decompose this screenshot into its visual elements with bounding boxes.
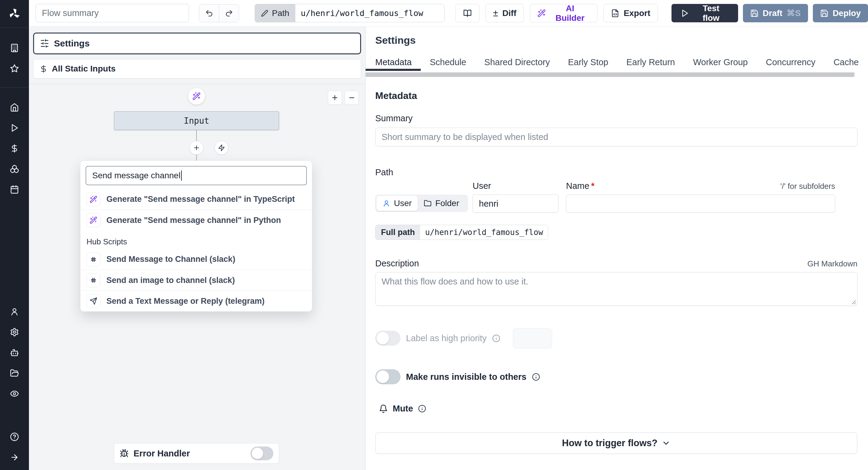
deploy-button[interactable]: Deploy (813, 4, 868, 22)
add-step-button[interactable] (190, 141, 204, 155)
zoom-out-button[interactable]: − (345, 91, 359, 105)
path-pill[interactable]: Path (255, 4, 444, 22)
wand-icon (90, 196, 97, 203)
result-generate-python[interactable]: Generate "Send message channel" in Pytho… (81, 210, 312, 231)
app-sidebar (0, 0, 29, 470)
full-path-value: u/henri/world_famous_flow (420, 225, 548, 239)
high-priority-toggle[interactable] (375, 331, 401, 346)
static-inputs-label: All Static Inputs (52, 64, 116, 74)
pencil-icon (261, 10, 268, 17)
path-value-input[interactable] (296, 4, 444, 22)
input-node[interactable]: Input (114, 111, 279, 130)
favorites-star-icon[interactable] (10, 64, 19, 73)
tabs-scrollbar[interactable] (366, 72, 868, 77)
slack-icon (90, 256, 97, 263)
edge-line (196, 130, 197, 142)
draft-shortcut: ⌘S (786, 8, 801, 18)
tab-early-stop[interactable]: Early Stop (559, 53, 617, 71)
undo-redo-group (199, 4, 239, 22)
info-icon[interactable] (532, 373, 540, 381)
invisible-runs-toggle[interactable] (375, 369, 401, 384)
description-label: Description (375, 259, 419, 268)
error-handler-toggle[interactable] (250, 446, 273, 460)
user-field-label: User (472, 181, 491, 191)
play-icon (681, 9, 689, 18)
mute-label: Mute (393, 404, 413, 414)
redo-button[interactable] (219, 4, 239, 22)
tab-early-return[interactable]: Early Return (617, 53, 684, 71)
workspace-building-icon[interactable] (10, 43, 19, 53)
ai-flow-fab[interactable] (188, 88, 205, 105)
schedules-calendar-icon[interactable] (10, 185, 19, 194)
settings-tabs: Metadata Schedule Shared Directory Early… (366, 53, 868, 71)
tab-schedule[interactable]: Schedule (421, 53, 475, 71)
tab-shared-directory[interactable]: Shared Directory (475, 53, 559, 71)
tab-metadata[interactable]: Metadata (366, 53, 421, 71)
test-flow-button[interactable]: Test flow (672, 4, 738, 22)
how-to-trigger-accordion[interactable]: How to trigger flows? (375, 432, 858, 454)
slack-icon (90, 276, 97, 284)
users-icon[interactable] (10, 307, 19, 316)
bell-icon (379, 404, 388, 413)
audit-eye-icon[interactable] (10, 389, 19, 398)
send-icon (90, 297, 97, 305)
save-icon (750, 9, 758, 18)
owner-user-segment[interactable]: User (376, 196, 418, 211)
result-generate-typescript[interactable]: Generate "Send message channel" in TypeS… (81, 189, 312, 210)
zap-icon (218, 144, 225, 151)
subfolder-hint: '/' for subfolders (780, 182, 835, 191)
ai-builder-button[interactable]: AI Builder (530, 4, 597, 22)
undo-button[interactable] (199, 4, 219, 22)
error-handler-node[interactable]: Error Handler (114, 443, 279, 464)
tab-worker-group[interactable]: Worker Group (684, 53, 757, 71)
workers-bot-icon[interactable] (10, 348, 19, 357)
owner-folder-segment[interactable]: Folder (418, 196, 465, 211)
full-path-display: Full path u/henri/world_famous_flow (375, 225, 548, 240)
step-search-input[interactable]: Send message channel (86, 166, 307, 185)
settings-title: Settings (375, 34, 868, 46)
topbar: Path ± Diff AI Builder Export Test flow … (29, 0, 868, 27)
file-code-icon (611, 9, 619, 18)
result-slack-send-message[interactable]: Send Message to Channel (slack) (81, 249, 312, 270)
result-slack-send-image[interactable]: Send an image to channel (slack) (81, 270, 312, 291)
tab-concurrency[interactable]: Concurrency (757, 53, 824, 71)
hub-scripts-section-label: Hub Scripts (81, 231, 312, 249)
flow-summary-input[interactable] (36, 4, 189, 22)
flow-name-input[interactable] (566, 195, 835, 213)
static-inputs-node[interactable]: All Static Inputs (33, 59, 361, 79)
zoom-in-button[interactable]: + (328, 91, 342, 105)
draft-button[interactable]: Draft ⌘S (743, 4, 808, 22)
path-edit-label[interactable]: Path (255, 4, 296, 22)
summary-input[interactable] (375, 127, 858, 146)
resources-boxes-icon[interactable] (10, 165, 19, 173)
user-input[interactable] (472, 195, 558, 213)
name-field-label: Name* (566, 181, 595, 191)
add-trigger-button[interactable] (215, 141, 228, 155)
settings-gear-icon[interactable] (10, 328, 19, 337)
markdown-hint: GH Markdown (807, 259, 858, 268)
flow-canvas[interactable]: + − Input Send message channel (29, 84, 365, 470)
text-caret (181, 171, 182, 181)
folder-icon (424, 199, 432, 207)
info-icon[interactable] (492, 334, 500, 343)
help-icon[interactable] (10, 432, 19, 441)
windmill-logo[interactable] (0, 0, 29, 28)
step-picker-dropdown: Send message channel Generate "Send mess… (80, 160, 312, 312)
home-icon[interactable] (10, 103, 19, 112)
diff-button[interactable]: ± Diff (486, 4, 524, 22)
description-textarea[interactable] (375, 272, 858, 306)
export-button[interactable]: Export (603, 4, 658, 22)
flow-settings-node[interactable]: Settings (33, 33, 361, 54)
result-telegram-send-message[interactable]: Send a Text Message or Reply (telegram) (81, 291, 312, 311)
variables-dollar-icon[interactable] (10, 144, 19, 153)
priority-value-box (513, 328, 552, 348)
folders-icon[interactable] (10, 369, 19, 378)
tab-cache[interactable]: Cache (824, 53, 868, 71)
runs-play-icon[interactable] (10, 123, 19, 133)
trigger-accordion-label: How to trigger flows? (562, 438, 658, 448)
docs-button[interactable] (456, 4, 479, 22)
scrollbar-thumb[interactable] (366, 72, 855, 77)
collapse-arrow-icon[interactable] (10, 453, 19, 462)
info-icon[interactable] (418, 405, 426, 413)
wand-icon (90, 216, 97, 224)
